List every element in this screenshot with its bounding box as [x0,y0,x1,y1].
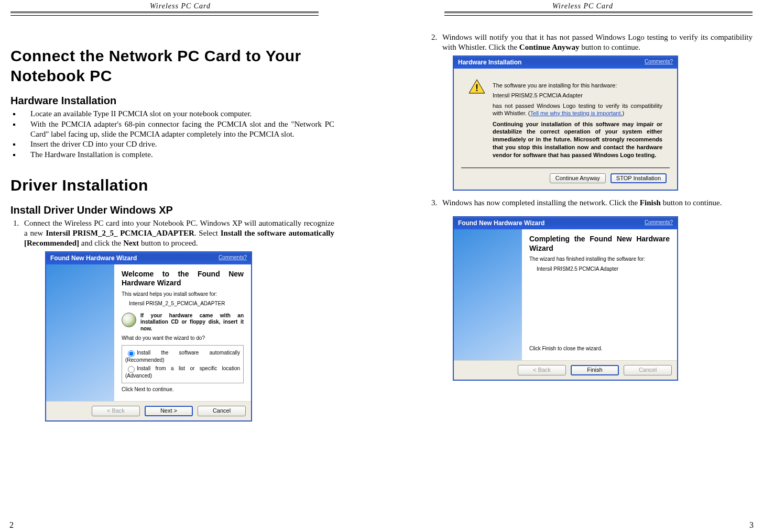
subheading-hardware-install: Hardware Installation [10,95,334,107]
wizard-sidebar-graphic [454,229,522,360]
dialog-button-row: < Back Next > Cancel [46,401,251,420]
list-item: The Hardware Installation is complete. [21,150,334,160]
driver-steps-list: Connect the Wireless PC card into your N… [10,218,334,422]
wizard-options: Install the software automatically (Reco… [122,345,244,383]
step-text: button to continue. [579,43,640,51]
page-body-left: Connect the Network PC Card to Your Note… [10,20,350,422]
hardware-installation-dialog: Hardware Installation Comments? ! The so… [453,56,678,191]
warning-icon: ! [468,79,485,94]
dialog-body: Completing the Found New Hardware Wizard… [454,229,677,360]
driver-steps-continued: Windows will notify you that it has not … [429,32,753,381]
svg-text:!: ! [475,83,478,93]
dialog-titlebar: Found New Hardware Wizard Comments? [454,217,677,229]
running-header-left: Wireless PC Card [10,0,350,10]
device-name: Intersil PRISM2.5 PCMCIA Adapter [537,266,670,273]
stop-installation-button[interactable]: STOP Installation [611,173,667,184]
radio-input[interactable] [128,366,135,373]
hardware-install-list: Locate an available Type II PCMCIA slot … [10,109,334,160]
page-number: 2 [9,520,14,530]
step-bold: Intersil PRISM_2_5_ PCMCIA_ADAPTER [46,229,194,237]
cancel-button[interactable]: Cancel [198,406,246,416]
header-rule [444,12,753,16]
dialog-body: ! The software you are installing for th… [454,69,677,190]
dialog-titlebar: Hardware Installation Comments? [454,57,677,69]
step-bold: Continue Anyway [519,43,580,51]
dialog-title: Found New Hardware Wizard [50,254,137,262]
wizard-sidebar-graphic [46,264,114,402]
cd-hint-text: If your hardware came with an installati… [140,313,244,332]
section-heading-driver: Driver Installation [10,175,334,195]
page-body-right: Windows will notify you that it has not … [413,20,753,381]
hw-device: Intersil PRISM2.5 PCMCIA Adapter [493,92,662,99]
back-button: < Back [518,365,566,375]
wizard-main: Welcome to the Found New Hardware Wizard… [114,264,251,402]
section-heading-connect: Connect the Network PC Card to Your Note… [10,46,334,85]
step-text: Windows has now completed installing the… [442,198,640,207]
page-right: Wireless PC Card Windows will notify you… [382,0,763,532]
dialog-button-row: < Back Finish Cancel [454,360,677,380]
list-item: Locate an available Type II PCMCIA slot … [21,109,334,119]
dialog-body: Welcome to the Found New Hardware Wizard… [46,264,251,402]
header-rule [10,12,319,16]
warning-text: The software you are installing for this… [493,79,662,159]
next-button[interactable]: Next > [145,406,193,416]
step-text: button to proceed. [139,239,198,247]
radio-input[interactable] [128,350,135,357]
dialog-titlebar: Found New Hardware Wizard Comments? [46,252,251,264]
step-bold: Finish [640,198,661,207]
click-next-hint: Click Next to continue. [122,386,244,393]
back-button: < Back [92,406,140,416]
step-1: Connect the Wireless PC card into your N… [21,218,334,422]
radio-label: Install from a list or specific location… [125,365,240,379]
wizard-heading: Welcome to the Found New Hardware Wizard [122,270,244,288]
page-number: 3 [749,520,754,530]
wizard-subtext: The wizard has finished installing the s… [529,256,670,263]
hw-line: The software you are installing for this… [493,82,662,90]
finish-button[interactable]: Finish [571,365,619,375]
step-bold: Next [123,239,139,247]
comments-link[interactable]: Comments? [645,59,673,66]
comments-link[interactable]: Comments? [645,219,673,227]
hw-logo-line: has not passed Windows Logo testing to v… [493,103,662,117]
hw-warning-bold: Continuing your installation of this sof… [493,120,662,159]
wizard-main: Completing the Found New Hardware Wizard… [522,229,677,360]
dialog-button-row: Continue Anyway STOP Installation [461,171,670,185]
tell-me-why-link[interactable]: Tell me why this testing is important. [530,110,623,116]
wizard-prompt: What do you want the wizard to do? [122,335,244,342]
cd-icon [122,313,136,327]
step-text: and click the [79,239,123,247]
continue-anyway-button[interactable]: Continue Anyway [550,173,606,184]
list-item: With the PCMCIA adapter's 68-pin connect… [21,119,334,139]
wizard-subtext: This wizard helps you install software f… [122,291,244,298]
hw-text: ) [623,110,625,116]
document-spread: Wireless PC Card Connect the Network PC … [0,0,763,532]
dialog-divider [461,168,670,168]
page-left: Wireless PC Card Connect the Network PC … [0,0,382,532]
completing-wizard-dialog: Found New Hardware Wizard Comments? Comp… [453,216,678,381]
close-hint: Click Finish to close the wizard. [529,346,603,352]
subheading-install-xp: Install Driver Under Windows XP [10,204,334,216]
radio-auto[interactable]: Install the software automatically (Reco… [125,349,240,364]
device-name: Intersil PRISM_2_5_PCMCIA_ADAPTER [129,301,244,307]
dialog-title: Found New Hardware Wizard [458,219,544,227]
step-text: . Select [194,229,221,237]
step-text: button to continue. [661,198,722,207]
step-3: Windows has now completed installing the… [439,198,753,381]
radio-specific[interactable]: Install from a list or specific location… [125,364,240,380]
cd-hint-row: If your hardware came with an installati… [122,313,244,332]
comments-link[interactable]: Comments? [219,254,247,262]
warning-row: ! The software you are installing for th… [461,74,670,164]
cancel-button: Cancel [624,365,672,375]
list-item: Insert the driver CD into your CD drive. [21,139,334,149]
dialog-title: Hardware Installation [458,59,521,66]
running-header-right: Wireless PC Card [413,0,753,10]
step-2: Windows will notify you that it has not … [439,32,753,191]
found-new-hardware-dialog: Found New Hardware Wizard Comments? Welc… [45,251,252,422]
radio-label: Install the software automatically (Reco… [125,349,240,362]
wizard-heading: Completing the Found New Hardware Wizard [529,235,670,253]
